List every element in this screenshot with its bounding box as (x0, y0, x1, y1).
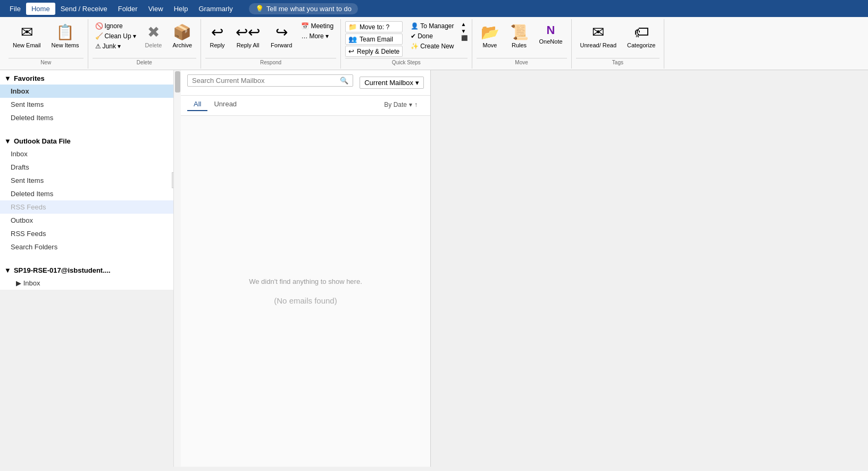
sidebar-scrollbar[interactable] (173, 70, 181, 467)
favorites-arrow-icon: ▼ (4, 74, 11, 82)
categorize-button[interactable]: 🏷 Categorize (623, 21, 660, 51)
categorize-icon: 🏷 (634, 23, 649, 41)
no-results-hint: We didn't find anything to show here. (249, 277, 362, 285)
search-input[interactable] (192, 77, 340, 85)
sort-bar[interactable]: By Date ▾ ↑ (378, 99, 424, 111)
sidebar-item-rss-feeds[interactable]: RSS Feeds (0, 227, 180, 240)
sort-direction-icon[interactable]: ↑ (414, 101, 418, 108)
filter-tabs: All Unread By Date ▾ ↑ (187, 98, 424, 111)
menu-send-receive[interactable]: Send / Receive (55, 3, 113, 15)
sidebar-item-search-folders[interactable]: Search Folders (0, 240, 180, 254)
menu-file[interactable]: File (4, 3, 26, 15)
outlook-data-header[interactable]: ▼ Outlook Data File (0, 133, 180, 147)
new-items-button[interactable]: 📋 New Items (47, 21, 84, 51)
main-layout: ▼ Favorites Inbox Sent Items Deleted Ite… (0, 70, 868, 467)
quick-steps-right: 👤 To Manager ✔ Done ✨ Create New (408, 21, 456, 51)
outlook-data-label: Outlook Data File (14, 137, 71, 145)
reading-pane (431, 70, 868, 467)
outlook-data-arrow-icon: ▼ (4, 137, 11, 145)
menu-view[interactable]: View (143, 3, 169, 15)
meeting-button[interactable]: 📅 Meeting (298, 21, 336, 31)
team-email-button[interactable]: 👥 Team Email (345, 33, 403, 45)
delete-group-label: Delete (93, 58, 197, 66)
sidebar-item-sent-outlook[interactable]: Sent Items (0, 174, 180, 187)
ignore-button[interactable]: 🚫 Ignore (93, 21, 139, 31)
onenote-button[interactable]: N OneNote (535, 21, 567, 47)
sidebar-scroll-thumb[interactable] (175, 71, 180, 92)
delete-icon: ✖ (147, 23, 160, 41)
cleanup-button[interactable]: 🧹 Clean Up ▾ (93, 31, 139, 41)
no-emails-label: (No emails found) (274, 296, 337, 305)
forward-button[interactable]: ↪ Forward (266, 21, 296, 51)
unread-read-button[interactable]: ✉ Unread/ Read (576, 21, 621, 51)
move-button[interactable]: 📂 Move (477, 21, 504, 51)
qs-scroll-down-icon[interactable]: ▼ (461, 28, 468, 34)
rules-button[interactable]: 📜 Rules (506, 21, 533, 51)
onenote-icon: N (547, 23, 555, 37)
new-group-items: ✉ New Email 📋 New Items (9, 21, 84, 57)
categorize-label: Categorize (627, 42, 655, 49)
menu-help[interactable]: Help (169, 3, 194, 15)
create-new-label: Create New (420, 43, 454, 50)
move-group-label: Move (477, 58, 567, 66)
unread-read-label: Unread/ Read (580, 42, 617, 49)
sidebar-item-sent-favorites[interactable]: Sent Items (0, 98, 180, 111)
delete-button[interactable]: ✖ Delete (141, 21, 166, 51)
sp-header[interactable]: ▼ SP19-RSE-017@isbstudent.... (0, 262, 180, 276)
done-button[interactable]: ✔ Done (408, 31, 456, 41)
more-button[interactable]: … More ▾ (298, 31, 336, 41)
qs-expand-icon[interactable]: ⬛ (461, 35, 468, 41)
new-email-button[interactable]: ✉ New Email (9, 21, 45, 51)
to-manager-button[interactable]: 👤 To Manager (408, 21, 456, 31)
move-to-icon: 📁 (348, 23, 357, 31)
sidebar-item-inbox-outlook[interactable]: Inbox (0, 147, 180, 161)
quick-steps-scroll[interactable]: ▲ ▼ ⬛ (461, 21, 468, 41)
sidebar-item-inbox-favorites[interactable]: Inbox (0, 85, 180, 98)
rules-label: Rules (512, 42, 527, 49)
sidebar-item-deleted-outlook[interactable]: Deleted Items (0, 187, 180, 200)
move-to-button[interactable]: 📁 Move to: ? (345, 21, 403, 32)
search-icon[interactable]: 🔍 (340, 77, 348, 85)
archive-icon: 📦 (173, 23, 191, 41)
rules-icon: 📜 (510, 23, 529, 41)
move-to-label: Move to: ? (360, 23, 389, 31)
create-new-icon: ✨ (411, 43, 419, 50)
reply-all-button[interactable]: ↩↩ Reply All (231, 21, 264, 51)
sort-dropdown-icon[interactable]: ▾ (409, 101, 412, 108)
sidebar-item-outbox[interactable]: Outbox (0, 214, 180, 227)
sidebar-item-drafts[interactable]: Drafts (0, 161, 180, 174)
reply-delete-button[interactable]: ↩ Reply & Delete (345, 46, 403, 57)
ribbon-group-new: ✉ New Email 📋 New Items New (4, 19, 88, 69)
junk-button[interactable]: ⚠ Junk ▾ (93, 41, 139, 51)
delete-stack: 🚫 Ignore 🧹 Clean Up ▾ ⚠ Junk ▾ (93, 21, 139, 51)
menu-home[interactable]: Home (26, 3, 55, 15)
new-email-icon: ✉ (21, 23, 33, 41)
menu-folder[interactable]: Folder (113, 3, 143, 15)
tab-unread[interactable]: Unread (207, 98, 243, 111)
create-new-button[interactable]: ✨ Create New (408, 41, 456, 51)
sidebar-item-deleted-favorites[interactable]: Deleted Items (0, 111, 180, 124)
search-bar[interactable]: 🔍 (187, 74, 353, 87)
ribbon-group-move: 📂 Move 📜 Rules N OneNote Move (472, 19, 572, 69)
quick-steps-inner: 📁 Move to: ? 👥 Team Email ↩ Reply & Dele… (345, 21, 403, 57)
reply-button[interactable]: ↩ Reply (205, 21, 229, 51)
sidebar-item-rss-blurred[interactable]: RSS Feeds (0, 200, 180, 214)
sp-inbox-arrow-icon: ▶ (16, 279, 23, 287)
sp-inbox-label: Inbox (23, 279, 40, 287)
tags-group-items: ✉ Unread/ Read 🏷 Categorize (576, 21, 660, 57)
menu-grammarly[interactable]: Grammarly (193, 3, 238, 15)
team-email-label: Team Email (360, 36, 393, 43)
ignore-icon: 🚫 (95, 22, 103, 30)
filter-sort-bar: All Unread By Date ▾ ↑ (181, 96, 430, 116)
mailbox-dropdown[interactable]: Current Mailbox ▾ (360, 77, 424, 89)
to-manager-icon: 👤 (411, 22, 419, 30)
favorites-header[interactable]: ▼ Favorites (0, 70, 180, 85)
archive-button[interactable]: 📦 Archive (168, 21, 196, 51)
sidebar-item-inbox-sp[interactable]: ▶ Inbox (0, 276, 180, 290)
tell-me-input[interactable]: 💡 Tell me what you want to do (249, 3, 358, 14)
new-email-label: New Email (13, 42, 41, 49)
tell-me-text: Tell me what you want to do (266, 5, 352, 13)
tab-all[interactable]: All (187, 98, 207, 111)
team-email-icon: 👥 (348, 35, 357, 43)
qs-scroll-up-icon[interactable]: ▲ (461, 21, 468, 27)
